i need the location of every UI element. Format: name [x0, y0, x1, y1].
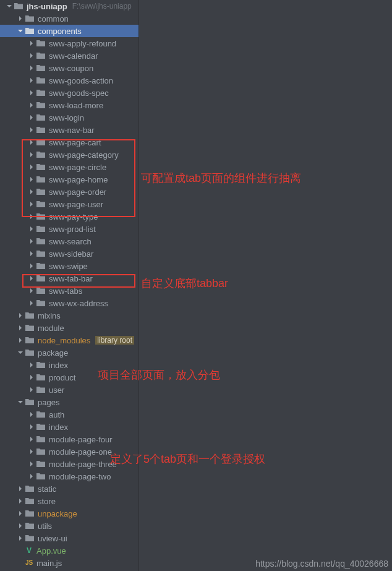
folder-icon [36, 174, 46, 184]
tree-item-sww-load-more[interactable]: sww-load-more [0, 99, 138, 111]
folder-icon [36, 187, 46, 197]
chevron-right-icon[interactable] [27, 175, 36, 184]
tree-item-sww-page-home[interactable]: sww-page-home [0, 173, 138, 186]
folder-icon [36, 224, 46, 234]
tree-item-sww-tabs[interactable]: sww-tabs [0, 285, 138, 297]
chevron-right-icon[interactable] [27, 472, 36, 481]
tree-item-jhs-uniapp[interactable]: jhs-uniappF:\sww\jhs-uniapp [0, 0, 138, 12]
tree-item-main-js[interactable]: JSmain.js [0, 557, 138, 569]
tree-item-store[interactable]: store [0, 495, 138, 507]
chevron-down-icon[interactable] [5, 2, 14, 11]
tree-item-label: store [38, 497, 56, 506]
chevron-right-icon[interactable] [27, 361, 36, 369]
tree-item-app-vue[interactable]: VApp.vue [0, 544, 138, 557]
chevron-right-icon[interactable] [16, 324, 25, 332]
tree-item-sww-page-circle[interactable]: sww-page-circle [0, 161, 138, 173]
tree-item-sww-apply-refound[interactable]: sww-apply-refound [0, 37, 138, 49]
tree-item-sww-sidebar[interactable]: sww-sidebar [0, 247, 138, 260]
chevron-right-icon[interactable] [27, 113, 36, 122]
tree-item-mixins[interactable]: mixins [0, 309, 138, 322]
folder-icon [36, 63, 46, 73]
chevron-right-icon[interactable] [27, 373, 36, 382]
tree-item-sww-coupon[interactable]: sww-coupon [0, 62, 138, 74]
tree-item-label: sww-pay-type [49, 212, 98, 221]
chevron-right-icon[interactable] [27, 163, 36, 171]
chevron-right-icon[interactable] [16, 336, 25, 345]
chevron-right-icon[interactable] [27, 39, 36, 48]
chevron-right-icon[interactable] [27, 274, 36, 283]
chevron-right-icon[interactable] [27, 225, 36, 233]
tree-item-label: sww-login [49, 113, 84, 122]
folder-icon [36, 286, 46, 296]
tree-item-sww-page-category[interactable]: sww-page-category [0, 148, 138, 161]
chevron-right-icon[interactable] [27, 187, 36, 196]
chevron-right-icon[interactable] [27, 237, 36, 246]
tree-item-module-page-four[interactable]: module-page-four [0, 433, 138, 445]
chevron-right-icon[interactable] [27, 447, 36, 456]
tree-item-sww-page-cart[interactable]: sww-page-cart [0, 136, 138, 148]
tree-item-sww-page-order[interactable]: sww-page-order [0, 186, 138, 198]
tree-item-components[interactable]: components [0, 25, 138, 37]
chevron-right-icon[interactable] [27, 76, 36, 85]
project-tree[interactable]: jhs-uniappF:\sww\jhs-uniappcommoncompone… [0, 0, 138, 569]
chevron-right-icon[interactable] [27, 51, 36, 60]
chevron-right-icon[interactable] [16, 14, 25, 23]
tree-item-sww-tab-bar[interactable]: sww-tab-bar [0, 272, 138, 285]
chevron-right-icon[interactable] [16, 534, 25, 543]
tree-item-sww-pay-type[interactable]: sww-pay-type [0, 210, 138, 223]
chevron-right-icon[interactable] [27, 212, 36, 221]
tree-item-sww-goods-action[interactable]: sww-goods-action [0, 74, 138, 87]
chevron-right-icon[interactable] [16, 311, 25, 320]
chevron-right-icon[interactable] [16, 484, 25, 493]
chevron-right-icon[interactable] [27, 410, 36, 419]
tree-item-static[interactable]: static [0, 483, 138, 495]
tree-item-sww-goods-spec[interactable]: sww-goods-spec [0, 87, 138, 99]
chevron-right-icon[interactable] [16, 522, 25, 530]
tree-item-auth[interactable]: auth [0, 408, 138, 421]
chevron-right-icon[interactable] [16, 509, 25, 518]
tree-item-user[interactable]: user [0, 384, 138, 396]
tree-item-package[interactable]: package [0, 346, 138, 359]
tree-item-module-page-two[interactable]: module-page-two [0, 470, 138, 483]
tree-item-sww-login[interactable]: sww-login [0, 111, 138, 124]
tree-item-uview-ui[interactable]: uview-ui [0, 532, 138, 544]
tree-item-node-modules[interactable]: node_moduleslibrary root [0, 334, 138, 346]
tree-item-suffix: F:\sww\jhs-uniapp [72, 2, 132, 11]
tree-item-label: sww-wx-address [49, 299, 108, 308]
tree-item-module[interactable]: module [0, 322, 138, 334]
chevron-right-icon[interactable] [27, 101, 36, 109]
tree-item-sww-calendar[interactable]: sww-calendar [0, 49, 138, 62]
chevron-right-icon[interactable] [27, 150, 36, 159]
tree-item-label: sww-sidebar [49, 249, 93, 259]
tree-item-index[interactable]: index [0, 421, 138, 433]
chevron-right-icon[interactable] [27, 249, 36, 258]
chevron-right-icon[interactable] [27, 262, 36, 270]
chevron-right-icon[interactable] [27, 88, 36, 97]
tree-item-sww-wx-address[interactable]: sww-wx-address [0, 297, 138, 309]
tree-item-sww-page-user[interactable]: sww-page-user [0, 198, 138, 210]
folder-icon [36, 459, 46, 469]
chevron-down-icon[interactable] [16, 398, 25, 406]
chevron-down-icon[interactable] [16, 27, 25, 35]
tree-item-pages[interactable]: pages [0, 396, 138, 408]
tree-item-sww-nav-bar[interactable]: sww-nav-bar [0, 124, 138, 136]
chevron-right-icon[interactable] [16, 497, 25, 505]
tree-item-sww-prod-list[interactable]: sww-prod-list [0, 223, 138, 235]
tree-item-utils[interactable]: utils [0, 520, 138, 532]
chevron-right-icon[interactable] [27, 286, 36, 295]
tree-item-common[interactable]: common [0, 12, 138, 25]
chevron-right-icon[interactable] [27, 385, 36, 394]
tree-item-unpackage[interactable]: unpackage [0, 507, 138, 520]
project-tree-panel[interactable]: jhs-uniappF:\sww\jhs-uniappcommoncompone… [0, 0, 139, 571]
chevron-right-icon[interactable] [27, 423, 36, 431]
chevron-right-icon[interactable] [27, 126, 36, 134]
tree-item-sww-swipe[interactable]: sww-swipe [0, 260, 138, 272]
chevron-down-icon[interactable] [16, 348, 25, 357]
chevron-right-icon[interactable] [27, 460, 36, 468]
chevron-right-icon[interactable] [27, 200, 36, 208]
chevron-right-icon[interactable] [27, 435, 36, 444]
chevron-right-icon[interactable] [27, 138, 36, 147]
chevron-right-icon[interactable] [27, 299, 36, 307]
tree-item-sww-search[interactable]: sww-search [0, 235, 138, 247]
chevron-right-icon[interactable] [27, 64, 36, 72]
